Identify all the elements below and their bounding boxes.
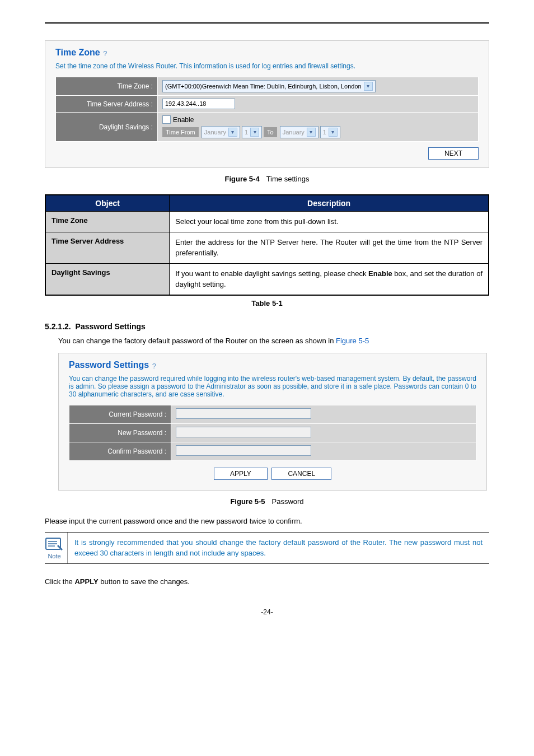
chevron-down-icon: ▾	[364, 82, 373, 91]
chevron-down-icon: ▾	[329, 128, 338, 137]
new-password-input[interactable]	[176, 427, 311, 437]
figure-5-5-link[interactable]: Figure 5-5	[336, 337, 369, 345]
note-text: It is strongly recommended that you shou…	[68, 533, 489, 563]
from-month-select[interactable]: January ▾	[202, 126, 240, 138]
server-value-cell: 192.43.244..18	[158, 96, 479, 113]
help-icon[interactable]: ?	[152, 362, 156, 370]
ds-value-cell: Enable Time From January ▾ 1 ▾ To Januar…	[158, 113, 479, 142]
time-from-label: Time From	[162, 127, 199, 137]
confirm-password-input[interactable]	[176, 445, 311, 456]
tz-label: Time Zone :	[56, 77, 158, 96]
tz-value-cell: (GMT+00:00)Greenwich Mean Time: Dublin, …	[158, 77, 479, 96]
timezone-panel: Time Zone ? Set the time zone of the Wir…	[45, 40, 489, 168]
from-day-select[interactable]: 1 ▾	[242, 126, 262, 138]
password-panel-desc: You can change the password required whi…	[69, 375, 476, 398]
current-password-label: Current Password :	[69, 405, 171, 423]
ds-enable-checkbox[interactable]	[162, 115, 171, 124]
to-label: To	[264, 127, 277, 137]
note-label: Note	[45, 553, 64, 559]
apply-button[interactable]: APPLY	[214, 468, 268, 480]
section-heading: 5.2.1.2. Password Settings	[45, 322, 489, 331]
current-password-input[interactable]	[176, 408, 311, 419]
new-password-label: New Password :	[69, 423, 171, 442]
page-top-rule	[45, 22, 489, 24]
timezone-panel-desc: Set the time zone of the Wireless Router…	[55, 62, 479, 70]
next-button[interactable]: NEXT	[428, 147, 479, 160]
note-box: Note It is strongly recommended that you…	[45, 532, 489, 564]
section-body: You can change the factory default passw…	[58, 337, 489, 345]
chevron-down-icon: ▾	[250, 128, 259, 137]
timezone-panel-title: Time Zone	[55, 48, 100, 58]
ds-label: Daylight Savings :	[56, 113, 158, 142]
note-icon-cell: Note	[45, 533, 68, 563]
server-input[interactable]: 192.43.244..18	[162, 99, 235, 109]
password-form-table: Current Password : New Password : Confir…	[69, 405, 476, 461]
figure-5-5-caption: Figure 5-5Password	[45, 497, 489, 506]
table-row: Time Server Address Enter the address fo…	[45, 232, 489, 263]
to-day-select[interactable]: 1 ▾	[320, 126, 340, 138]
to-month-select[interactable]: January ▾	[280, 126, 318, 138]
object-description-table: Object Description Time Zone Select your…	[45, 194, 489, 296]
tz-select-text: (GMT+00:00)Greenwich Mean Time: Dublin, …	[165, 83, 362, 90]
confirm-password-label: Confirm Password :	[69, 442, 171, 460]
desc-header: Description	[170, 195, 489, 212]
cancel-button[interactable]: CANCEL	[271, 468, 331, 480]
apply-instruction: Click the APPLY button to save the chang…	[45, 577, 489, 586]
timezone-form-table: Time Zone : (GMT+00:00)Greenwich Mean Ti…	[55, 77, 479, 142]
password-panel: Password Settings ? You can change the p…	[58, 353, 487, 491]
server-label: Time Server Address :	[56, 96, 158, 113]
table-5-1-caption: Table 5-1	[45, 299, 489, 307]
page-number: -24-	[45, 608, 489, 616]
password-panel-title: Password Settings	[69, 360, 149, 370]
table-row: Daylight Savings If you want to enable d…	[45, 263, 489, 295]
chevron-down-icon: ▾	[307, 128, 316, 137]
confirm-text: Please input the current password once a…	[45, 517, 489, 525]
note-icon	[45, 536, 64, 552]
chevron-down-icon: ▾	[228, 128, 237, 137]
figure-5-4-caption: Figure 5-4Time settings	[45, 175, 489, 183]
table-row: Time Zone Select your local time zone fr…	[45, 212, 489, 232]
help-icon[interactable]: ?	[103, 49, 107, 58]
ds-enable-label: Enable	[173, 116, 194, 124]
obj-header: Object	[45, 195, 170, 212]
tz-select[interactable]: (GMT+00:00)Greenwich Mean Time: Dublin, …	[162, 80, 376, 92]
